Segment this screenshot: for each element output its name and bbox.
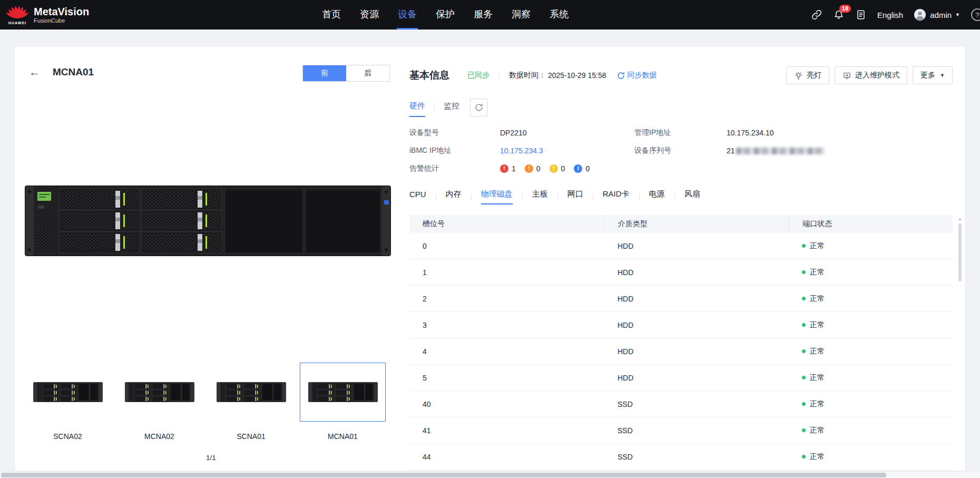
sync-data-label: 同步数据 bbox=[628, 71, 657, 80]
subtab-CPU[interactable]: CPU bbox=[409, 190, 426, 204]
subtab-RAID卡[interactable]: RAID卡 bbox=[593, 189, 630, 204]
cell-slot-number: 4 bbox=[409, 347, 604, 356]
device-thumbnail[interactable]: MCNA02 bbox=[116, 363, 202, 441]
field-label-mgmt-ip: 管理IP地址 bbox=[634, 124, 727, 142]
brand[interactable]: HUAWEI MetaVision FusionCube bbox=[5, 2, 89, 27]
hardware-subtabs: CPU内存物理磁盘主板网口RAID卡电源风扇 bbox=[409, 189, 953, 204]
scroll-up-icon[interactable]: ▲ bbox=[957, 217, 963, 221]
front-view-button[interactable]: 前 bbox=[303, 65, 346, 81]
alarm-stat[interactable]: i 0 bbox=[574, 164, 590, 173]
cell-port-status: 正常 bbox=[789, 452, 953, 462]
table-row[interactable]: 40 SSD 正常 bbox=[409, 391, 953, 417]
cell-media-type: HDD bbox=[604, 321, 789, 329]
table-row[interactable]: 4 HDD 正常 bbox=[409, 338, 953, 365]
device-thumbnail[interactable]: SCNA02 bbox=[25, 363, 111, 441]
subtab-label: 内存 bbox=[446, 189, 462, 204]
nav-item[interactable]: 保护 bbox=[435, 0, 456, 30]
table-row[interactable]: 2 HDD 正常 bbox=[409, 286, 953, 312]
device-thumbnail-image[interactable] bbox=[208, 363, 294, 422]
table-scrollbar[interactable]: ▲ bbox=[957, 217, 963, 469]
cell-port-status: 正常 bbox=[789, 399, 953, 409]
status-text: 正常 bbox=[810, 347, 825, 356]
cell-port-status: 正常 bbox=[789, 294, 953, 304]
status-text: 正常 bbox=[810, 241, 825, 251]
subtab-风扇[interactable]: 风扇 bbox=[674, 189, 700, 204]
table-row[interactable]: 0 HDD 正常 bbox=[409, 233, 953, 259]
nav-item[interactable]: 首页 bbox=[321, 0, 342, 30]
device-thumbnail-image[interactable] bbox=[300, 363, 386, 422]
alarm-critical-icon: ! bbox=[500, 164, 508, 173]
status-ok-dot bbox=[802, 402, 806, 406]
subtab-主板[interactable]: 主板 bbox=[522, 189, 548, 204]
sync-data-link[interactable]: 同步数据 bbox=[617, 71, 657, 80]
document-icon[interactable] bbox=[855, 9, 867, 21]
table-row[interactable]: 41 SSD 正常 bbox=[409, 417, 953, 444]
subtab-label: 电源 bbox=[649, 189, 665, 204]
user-menu[interactable]: admin ▼ bbox=[914, 8, 960, 21]
subtab-内存[interactable]: 内存 bbox=[436, 189, 462, 204]
tab-hardware[interactable]: 硬件 bbox=[409, 101, 425, 117]
nav-item[interactable]: 洞察 bbox=[511, 0, 532, 30]
alarm-stat[interactable]: ! 1 bbox=[500, 164, 516, 173]
avatar-icon bbox=[914, 8, 926, 21]
cell-media-type: SSD bbox=[604, 426, 789, 435]
navbar-right: 18 English admin ▼ ? bbox=[811, 8, 978, 22]
cell-port-status: 正常 bbox=[789, 426, 953, 435]
device-thumbnail-image[interactable] bbox=[116, 363, 202, 422]
maintenance-mode-button[interactable]: 进入维护模式 bbox=[835, 66, 907, 84]
cell-port-status: 正常 bbox=[789, 373, 953, 383]
back-view-button[interactable]: 后 bbox=[346, 65, 389, 81]
alarm-stat[interactable]: ! 0 bbox=[550, 164, 565, 173]
device-thumbnail[interactable]: SCNA01 bbox=[208, 363, 294, 441]
subtab-物理磁盘[interactable]: 物理磁盘 bbox=[471, 189, 513, 204]
table-row[interactable]: 1 HDD 正常 bbox=[409, 259, 953, 286]
subtab-label: 主板 bbox=[532, 189, 548, 204]
server-front-image[interactable] bbox=[25, 186, 391, 256]
status-text: 正常 bbox=[810, 452, 825, 462]
nav-item[interactable]: 服务 bbox=[473, 0, 494, 30]
server-thumbnail-image bbox=[33, 382, 103, 402]
back-button[interactable]: ← bbox=[29, 66, 40, 79]
language-switch[interactable]: English bbox=[877, 11, 903, 19]
nav-item[interactable]: 系统 bbox=[548, 0, 570, 30]
link-icon[interactable] bbox=[811, 9, 822, 21]
maintenance-mode-label: 进入维护模式 bbox=[855, 71, 899, 80]
col-port-status: 端口状态 bbox=[789, 215, 953, 233]
cell-media-type: HDD bbox=[604, 295, 789, 303]
info-tabs: 硬件 监控 bbox=[409, 99, 953, 120]
horizontal-scrollbar-thumb[interactable] bbox=[1, 473, 886, 477]
subtab-电源[interactable]: 电源 bbox=[639, 189, 665, 204]
nav-item-label: 设备 bbox=[398, 8, 417, 21]
svg-text:?: ? bbox=[975, 11, 979, 19]
divider bbox=[499, 72, 499, 79]
scrollbar-thumb[interactable] bbox=[958, 223, 962, 281]
light-on-button[interactable]: 亮灯 bbox=[786, 66, 829, 84]
field-value-ibmc-ip[interactable]: 10.175.234.3 bbox=[500, 142, 634, 160]
table-row[interactable]: 3 HDD 正常 bbox=[409, 312, 953, 338]
status-ok-dot bbox=[802, 455, 806, 459]
cell-port-status: 正常 bbox=[789, 241, 953, 251]
notifications[interactable]: 18 bbox=[833, 9, 845, 21]
refresh-button[interactable] bbox=[470, 99, 488, 116]
horizontal-scrollbar[interactable] bbox=[0, 471, 980, 478]
cell-slot-number: 44 bbox=[409, 453, 604, 461]
serial-redacted bbox=[736, 148, 825, 154]
device-thumbnail[interactable]: MCNA01 bbox=[300, 363, 386, 441]
divider bbox=[434, 103, 435, 110]
alarm-stat[interactable]: ! 0 bbox=[525, 164, 541, 173]
device-thumbnail-image[interactable] bbox=[25, 363, 111, 422]
tab-monitor[interactable]: 监控 bbox=[444, 101, 459, 117]
table-row[interactable]: 5 HDD 正常 bbox=[409, 365, 953, 391]
bulb-icon bbox=[794, 71, 803, 80]
user-caret-icon: ▼ bbox=[955, 12, 960, 17]
help-icon[interactable]: ? bbox=[971, 8, 980, 22]
table-row[interactable]: 44 SSD 正常 bbox=[409, 444, 953, 470]
subtab-网口[interactable]: 网口 bbox=[557, 189, 583, 204]
more-button[interactable]: 更多 ▼ bbox=[913, 66, 953, 84]
field-label-ibmc-ip: iBMC IP地址 bbox=[409, 142, 500, 160]
field-value-serial: 21 bbox=[727, 142, 953, 160]
app-title: MetaVision bbox=[34, 6, 89, 17]
status-text: 正常 bbox=[810, 399, 825, 409]
nav-item[interactable]: 资源 bbox=[359, 0, 380, 30]
nav-item[interactable]: 设备 bbox=[397, 0, 418, 30]
